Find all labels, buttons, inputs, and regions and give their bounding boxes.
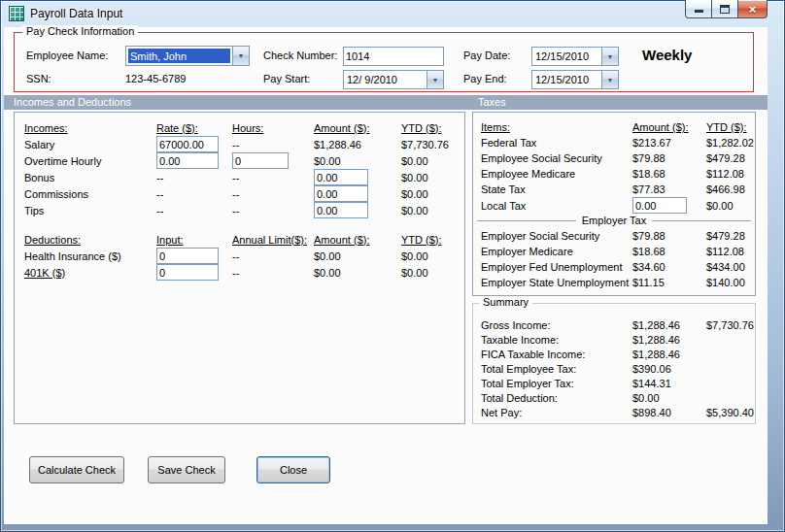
local-tax-ytd: $0.00 bbox=[706, 200, 734, 212]
health-insurance-input[interactable] bbox=[156, 248, 219, 264]
net-pay-amount: $898.40 bbox=[632, 407, 671, 418]
deduction-label: Health Insurance ($) bbox=[24, 250, 121, 262]
deduction-row-401k: 401K ($) -- $0.00 $0.00 bbox=[15, 264, 464, 281]
pay-start-dropdown-button[interactable]: ▼ bbox=[427, 71, 443, 88]
401k-ytd: $0.00 bbox=[401, 267, 428, 279]
minimize-icon bbox=[695, 10, 703, 13]
summary-label: Net Pay: bbox=[481, 407, 522, 418]
employer-tax-section-label: Employer Tax bbox=[582, 215, 646, 226]
deduction-row-health-insurance: Health Insurance ($) -- $0.00 $0.00 bbox=[15, 248, 464, 264]
summary-legend: Summary bbox=[479, 296, 532, 308]
total-employer-tax-amount: $144.31 bbox=[632, 378, 671, 389]
tax-row-local: Local Tax $0.00 bbox=[473, 197, 755, 213]
pay-date-datepicker[interactable]: 12/15/2010 ▼ bbox=[531, 47, 619, 66]
titlebar[interactable]: Payroll Data Input × bbox=[0, 0, 785, 27]
deduction-label-401k-link[interactable]: 401K ($) bbox=[24, 267, 65, 279]
tips-amount-input[interactable] bbox=[314, 202, 368, 218]
pay-frequency-label: Weekly bbox=[642, 47, 692, 63]
tax-row-state: State Tax $77.83 $466.98 bbox=[473, 182, 755, 197]
tax-row-employee-social-security: Employee Social Security $79.88 $479.28 bbox=[473, 150, 755, 166]
incomes-col-header: Incomes: bbox=[24, 122, 68, 134]
summary-label: FICA Taxable Income: bbox=[481, 349, 585, 360]
summary-label: Total Employer Tax: bbox=[481, 378, 574, 389]
employee-medicare-amount: $18.68 bbox=[632, 168, 666, 180]
income-label: Bonus bbox=[24, 172, 54, 183]
commissions-amount-input[interactable] bbox=[314, 185, 368, 202]
close-button[interactable]: Close bbox=[256, 456, 330, 483]
employer-suta-amount: $11.15 bbox=[632, 277, 665, 288]
summary-label: Gross Income: bbox=[481, 319, 551, 331]
minimize-button[interactable] bbox=[685, 0, 712, 18]
401k-annual-limit: -- bbox=[232, 267, 239, 279]
rate-col-header: Rate ($): bbox=[156, 122, 198, 134]
separator-line bbox=[477, 220, 576, 221]
maximize-button[interactable] bbox=[711, 0, 738, 18]
pay-date-dropdown-button[interactable]: ▼ bbox=[601, 48, 618, 65]
income-label: Tips bbox=[24, 205, 44, 216]
tax-label: Federal Tax bbox=[481, 137, 536, 149]
salary-amount: $1,288.46 bbox=[314, 139, 361, 150]
bonus-ytd: $0.00 bbox=[401, 172, 428, 183]
gross-income-ytd: $7,730.76 bbox=[706, 319, 754, 331]
employer-futa-ytd: $434.00 bbox=[706, 261, 745, 273]
pay-end-datepicker[interactable]: 12/15/2010 ▼ bbox=[531, 70, 619, 89]
overtime-rate-input[interactable] bbox=[156, 152, 219, 169]
health-insurance-annual-limit: -- bbox=[232, 250, 239, 262]
overtime-hours-input[interactable] bbox=[232, 152, 289, 169]
employee-name-combobox[interactable]: Smith, John ▼ bbox=[125, 46, 250, 66]
overtime-ytd: $0.00 bbox=[401, 155, 428, 167]
dialog-client-area: Pay Check Information Employee Name: Smi… bbox=[4, 27, 768, 524]
incomes-deductions-panel: Incomes: Rate ($): Hours: Amount ($): YT… bbox=[14, 112, 465, 424]
employer-ss-ytd: $479.28 bbox=[706, 230, 745, 242]
salary-hours: -- bbox=[232, 139, 239, 150]
summary-row-total-employee-tax: Total Employee Tax: $390.06 bbox=[473, 361, 755, 376]
pay-date-label: Pay Date: bbox=[463, 50, 510, 61]
salary-ytd: $7,730.76 bbox=[401, 139, 449, 150]
close-window-button[interactable]: × bbox=[737, 0, 768, 18]
tax-label: Employer State Unemployment bbox=[481, 277, 629, 288]
federal-tax-ytd: $1,282.02 bbox=[706, 137, 754, 149]
income-row-bonus: Bonus -- -- $0.00 bbox=[15, 169, 464, 185]
summary-label: Taxable Income: bbox=[481, 334, 559, 346]
salary-rate-input[interactable] bbox=[156, 136, 219, 152]
maximize-icon bbox=[720, 5, 730, 14]
pay-start-datepicker[interactable]: 12/ 9/2010 ▼ bbox=[343, 70, 444, 89]
state-tax-amount: $77.83 bbox=[632, 183, 666, 195]
chevron-down-icon: ▼ bbox=[238, 52, 245, 59]
incomes-header-row: Incomes: Rate ($): Hours: Amount ($): YT… bbox=[15, 119, 464, 136]
health-insurance-amount: $0.00 bbox=[314, 250, 341, 262]
tax-row-employer-medicare: Employer Medicare $18.68 $112.08 bbox=[473, 244, 755, 259]
summary-row-gross-income: Gross Income: $1,288.46 $7,730.76 bbox=[473, 317, 755, 332]
local-tax-input[interactable] bbox=[632, 197, 687, 214]
save-check-button[interactable]: Save Check bbox=[148, 456, 225, 483]
pay-end-label: Pay End: bbox=[463, 73, 507, 84]
ssn-value: 123-45-6789 bbox=[125, 73, 186, 84]
window-title: Payroll Data Input bbox=[30, 7, 122, 20]
pay-end-dropdown-button[interactable]: ▼ bbox=[601, 71, 618, 88]
app-icon bbox=[9, 6, 24, 21]
tax-label: Employee Social Security bbox=[481, 152, 602, 164]
income-row-salary: Salary -- $1,288.46 $7,730.76 bbox=[15, 136, 464, 152]
health-insurance-ytd: $0.00 bbox=[401, 250, 428, 262]
incomes-deductions-section-title: Incomes and Deductions bbox=[14, 96, 131, 108]
summary-row-net-pay: Net Pay: $898.40 $5,390.40 bbox=[473, 405, 755, 419]
income-label: Commissions bbox=[24, 188, 88, 200]
deduction-amount-col-header: Amount ($): bbox=[314, 234, 369, 246]
check-number-input[interactable] bbox=[343, 47, 444, 66]
income-label: Overtime Hourly bbox=[24, 155, 101, 167]
taxable-income-amount: $1,288.46 bbox=[632, 334, 680, 346]
spacer bbox=[15, 218, 464, 231]
tax-label: Employer Medicare bbox=[481, 246, 573, 257]
employee-medicare-ytd: $112.08 bbox=[706, 168, 744, 180]
state-tax-ytd: $466.98 bbox=[706, 183, 745, 195]
calculate-check-button[interactable]: Calculate Check bbox=[29, 456, 124, 483]
bonus-amount-input[interactable] bbox=[314, 169, 368, 185]
deductions-header-row: Deductions: Input: Annual Limit($): Amou… bbox=[15, 231, 464, 248]
chevron-down-icon: ▼ bbox=[432, 77, 439, 83]
employee-name-dropdown-button[interactable]: ▼ bbox=[232, 47, 249, 65]
401k-amount: $0.00 bbox=[314, 267, 341, 279]
employer-ss-amount: $79.88 bbox=[632, 230, 666, 242]
commissions-hours: -- bbox=[232, 188, 239, 200]
401k-input[interactable] bbox=[156, 264, 219, 281]
tax-row-employer-social-security: Employer Social Security $79.88 $479.28 bbox=[473, 228, 755, 244]
